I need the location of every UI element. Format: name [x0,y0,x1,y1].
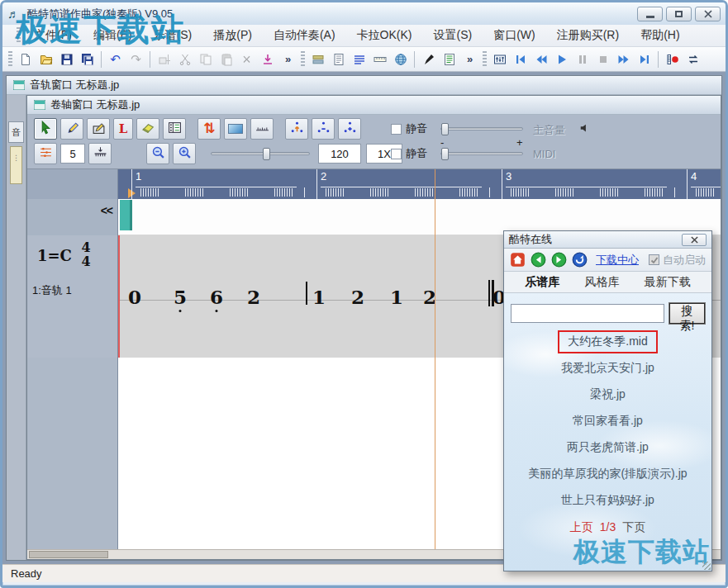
ruler-measure[interactable]: 4 [687,169,721,199]
l-tool-button[interactable]: L [113,118,133,140]
measure-ruler[interactable]: 1234 [118,169,721,199]
menu-item-w[interactable]: 窗口(W) [483,25,546,46]
mute-checkbox-2[interactable] [391,149,402,159]
record-pen-icon[interactable] [418,50,439,69]
note-digit[interactable]: 2 [247,287,260,306]
eraser-tool-button[interactable] [136,118,159,140]
menu-item-p[interactable]: 播放(P) [202,25,263,46]
midi-volume-slider[interactable] [440,152,523,155]
prev-page-link[interactable]: 上页 [570,520,593,535]
track-window-titlebar[interactable]: 音轨窗口 无标题.jp [7,76,721,95]
save-icon[interactable] [56,50,77,69]
download-list-item[interactable]: 美丽的草原我的家(排版演示).jp [521,462,693,486]
grid-size-input[interactable] [60,144,85,164]
note-digit[interactable]: 2 [351,287,364,306]
menu-item-okk[interactable]: 卡拉OK(K) [346,25,423,46]
note-digit[interactable]: 6 [210,287,223,306]
note-digit[interactable]: 1 [390,287,403,306]
score-page-icon[interactable] [328,50,349,69]
next-page-link[interactable]: 下页 [622,520,645,535]
menu-item-s[interactable]: 设置(S) [422,25,483,46]
search-button[interactable]: 搜索! [669,303,705,324]
menu-item-a[interactable]: 自动伴奏(A) [263,25,346,46]
download-list-item[interactable]: 常回家看看.jp [566,409,649,434]
more-chevron-icon[interactable]: » [459,50,480,69]
close-button[interactable] [695,7,721,21]
skip-start-icon[interactable] [510,50,531,69]
pencil-tool-button[interactable] [60,118,83,140]
online-panel-close-button[interactable] [682,234,707,246]
track-bars-icon[interactable] [307,50,328,69]
mini-ruler-button[interactable] [250,118,274,140]
maximize-button[interactable] [666,7,692,21]
play-icon[interactable] [551,50,572,69]
panel-resize-grip[interactable] [702,562,711,570]
cursor-tool-button[interactable] [34,118,57,140]
import-icon[interactable] [257,50,278,69]
ruler-icon[interactable] [369,50,390,69]
clip-block[interactable] [120,200,132,230]
beat-ruler-button[interactable] [88,143,112,164]
menu-item-r[interactable]: 注册购买(R) [546,25,630,46]
panel-tab[interactable]: 乐谱库 [525,275,559,290]
pitch-shift-button[interactable]: ⇅ [197,118,221,140]
web-icon[interactable] [390,50,411,69]
more-chevron-icon[interactable]: » [278,50,298,69]
undo-icon[interactable]: ↶ [105,50,126,69]
minimize-button[interactable] [637,7,663,21]
online-panel-titlebar[interactable]: 酷特在线 [504,231,711,249]
collapse-button[interactable]: << [101,204,112,217]
refresh-icon[interactable] [572,252,588,268]
download-list-item[interactable]: 大约在冬季.mid [558,330,657,353]
mixer-icon[interactable] [489,50,510,69]
dots-plus-button[interactable] [338,118,361,140]
tempo-input[interactable] [318,144,361,164]
skip-end-icon[interactable] [634,50,654,69]
loop-icon[interactable] [683,50,703,69]
download-list-item[interactable]: 世上只有妈妈好.jp [554,488,661,513]
back-icon[interactable] [531,252,546,268]
pencil-box-tool-button[interactable] [87,118,110,140]
track-side-tab[interactable]: 音 [8,121,24,143]
new-file-icon[interactable] [15,50,36,69]
record-icon[interactable] [662,50,683,69]
zoom-in-button[interactable] [173,143,196,164]
download-list-item[interactable]: 两只老虎简谱.jp [560,435,655,460]
application-window: ♬ 酷特简谱作曲家(独奏版) V9.05 文件(F)编辑(E)乐谱(S)播放(P… [0,0,728,588]
ruler-measure[interactable]: 2 [316,169,502,199]
lyric-lines-icon[interactable] [349,50,369,69]
fast-forward-icon[interactable] [613,50,634,69]
dots-up-button[interactable] [285,118,308,140]
dock-grip-handle[interactable]: ⋮ [10,146,22,184]
note-digit[interactable]: 1 [312,287,326,306]
forward-icon[interactable] [551,252,567,268]
gradient-select-button[interactable] [224,118,247,140]
menu-item-h[interactable]: 帮助(H) [630,25,690,46]
ruler-measure[interactable]: 1 [131,169,316,199]
zoom-slider[interactable] [211,152,310,155]
mute-checkbox-1[interactable] [391,124,402,135]
grid-tool-button[interactable] [163,118,186,140]
ruler-measure[interactable]: 3 [502,169,687,199]
autostart-checkbox[interactable] [649,254,659,265]
note-doc-icon[interactable] [439,50,459,69]
toolbar-separator [101,51,102,68]
home-icon[interactable] [510,252,526,268]
note-digit[interactable]: 0 [128,287,141,306]
open-file-icon[interactable] [36,50,56,69]
save-all-icon[interactable] [77,50,98,69]
panel-tab[interactable]: 最新下载 [645,275,691,290]
scroll-window-titlebar[interactable]: 卷轴窗口 无标题.jp [27,96,721,115]
lines-tool-button[interactable] [34,143,57,164]
note-digit[interactable]: 5 [174,287,187,306]
download-center-link[interactable]: 下载中心 [596,253,639,268]
scrollbar-thumb[interactable] [29,551,108,558]
search-input[interactable] [511,304,664,323]
download-list-item[interactable]: 我爱北京天安门.jp [554,356,661,381]
panel-tab[interactable]: 风格库 [584,275,619,290]
rewind-icon[interactable] [531,50,551,69]
master-volume-slider[interactable] [440,127,523,130]
zoom-out-button[interactable] [146,143,169,164]
download-list-item[interactable]: 梁祝.jp [583,382,632,407]
dots-minus-button[interactable] [312,118,335,140]
